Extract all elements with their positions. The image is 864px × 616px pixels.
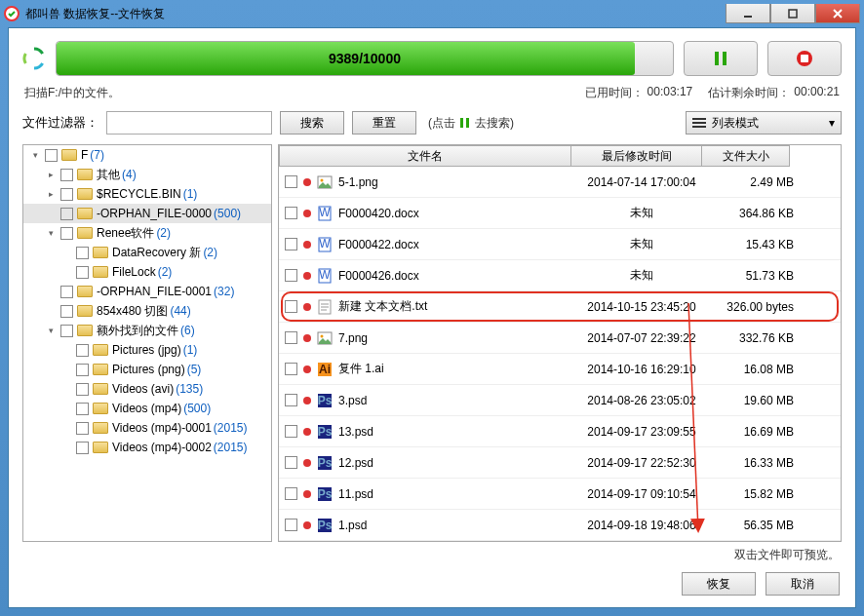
tree-item-count: (32) [214,285,234,298]
checkbox[interactable] [285,456,297,469]
checkbox[interactable] [285,269,297,282]
tree-item[interactable]: ▾额外找到的文件 (6) [23,321,271,340]
checkbox[interactable] [76,344,89,357]
svg-text:Ps: Ps [318,519,333,532]
close-button[interactable] [815,4,860,23]
checkbox[interactable] [76,383,89,396]
file-row[interactable]: WF0000426.docx未知51.73 KB [279,260,841,291]
recover-button[interactable]: 恢复 [682,572,756,596]
pause-icon [459,117,471,129]
checkbox[interactable] [76,364,89,376]
tree-item[interactable]: Videos (avi) (135) [23,379,271,399]
expand-icon[interactable]: ▾ [45,326,57,335]
file-type-icon: Ps [317,393,333,408]
checkbox[interactable] [285,487,297,500]
expand-icon[interactable]: ▸ [45,170,57,179]
tree-item[interactable]: DataRecovery 新 (2) [23,243,271,262]
tree-item[interactable]: Pictures (png) (5) [23,360,271,379]
tree-item[interactable]: Videos (mp4)-0002 (2015) [23,438,271,457]
tree-item-count: (6) [180,324,195,337]
svg-rect-2 [789,10,797,18]
checkbox[interactable] [60,169,73,181]
checkbox[interactable] [76,403,89,415]
checkbox[interactable] [285,519,297,531]
search-button[interactable]: 搜索 [280,111,344,135]
tree-item-count: (7) [90,148,104,162]
tree-item[interactable]: ▾F (7) [23,145,271,165]
tree-item[interactable]: Videos (mp4) (500) [23,399,271,418]
tree-item-name: Pictures (jpg) [112,343,181,357]
file-row[interactable]: WF0000420.docx未知364.86 KB [279,198,841,229]
tree-item[interactable]: 854x480 切图 (44) [23,301,271,321]
folder-tree[interactable]: ▾F (7)▸其他 (4)▸$RECYCLE.BIN (1)-ORPHAN_FI… [22,144,272,542]
expand-icon[interactable]: ▾ [29,150,41,160]
expand-icon[interactable]: ▸ [45,189,57,199]
tree-item-count: (5) [187,363,202,376]
file-row[interactable]: 5-1.png2014-07-14 17:00:042.49 MB [279,167,841,198]
checkbox[interactable] [76,247,89,259]
tree-item[interactable]: Pictures (jpg) (1) [23,340,271,360]
app-window: 都叫兽 数据恢复--文件恢复 9389/10000 [0,0,864,616]
stop-button[interactable] [767,41,842,76]
checkbox[interactable] [285,394,297,406]
tree-item[interactable]: -ORPHAN_FILE-0000 (500) [23,204,271,223]
pause-button[interactable] [684,41,758,76]
checkbox[interactable] [60,188,73,201]
tree-item[interactable]: ▾Renee软件 (2) [23,223,271,243]
progress-text: 9389/10000 [57,42,673,75]
checkbox[interactable] [60,325,73,337]
file-row[interactable]: Ps11.psd2014-09-17 09:10:5415.82 MB [279,479,841,510]
checkbox[interactable] [285,331,297,344]
checkbox[interactable] [285,363,297,375]
expand-icon[interactable]: ▾ [45,228,57,238]
file-row[interactable]: 新建 文本文档.txt2014-10-15 23:45:20326.00 byt… [279,291,841,323]
cancel-button[interactable]: 取消 [766,572,840,596]
checkbox[interactable] [285,300,297,313]
file-date: 2014-10-15 23:45:20 [571,300,712,314]
checkbox[interactable] [60,208,73,220]
file-date: 未知 [571,267,712,284]
checkbox[interactable] [45,149,58,162]
remain-label: 估计剩余时间： [708,85,790,101]
file-row[interactable]: Ps12.psd2014-09-17 22:52:3016.33 MB [279,447,841,479]
col-name[interactable]: 文件名 [279,145,571,167]
reset-button[interactable]: 重置 [352,111,416,135]
checkbox[interactable] [60,305,73,318]
folder-icon [61,149,77,161]
maximize-button[interactable] [770,4,815,23]
file-type-icon: W [317,237,333,252]
file-row[interactable]: Ai复件 1.ai2014-10-16 16:29:1016.08 MB [279,354,841,385]
tree-item[interactable]: ▸$RECYCLE.BIN (1) [23,184,271,204]
tree-item[interactable]: Videos (mp4)-0001 (2015) [23,418,271,438]
checkbox[interactable] [76,442,89,454]
view-mode-select[interactable]: 列表模式 ▾ [686,111,842,135]
filter-input[interactable] [106,111,272,135]
file-list[interactable]: 5-1.png2014-07-14 17:00:042.49 MBWF00004… [279,167,841,541]
checkbox[interactable] [60,286,73,298]
tree-item[interactable]: -ORPHAN_FILE-0001 (32) [23,282,271,301]
svg-rect-8 [466,118,469,128]
tree-item-count: (2) [203,246,217,259]
minimize-button[interactable] [726,4,770,23]
svg-rect-6 [801,55,808,62]
tree-item[interactable]: FileLock (2) [23,262,271,282]
file-name: 11.psd [338,487,373,501]
status-dot-icon [303,210,311,217]
file-type-icon [317,330,333,346]
file-row[interactable]: WF0000422.docx未知15.43 KB [279,229,841,260]
checkbox[interactable] [285,238,297,250]
file-row[interactable]: Ps3.psd2014-08-26 23:05:0219.60 MB [279,385,841,416]
checkbox[interactable] [285,207,297,219]
checkbox[interactable] [60,227,73,240]
col-size[interactable]: 文件大小 [702,145,790,167]
checkbox[interactable] [76,422,89,435]
file-row[interactable]: 7.png2014-07-07 22:39:22332.76 KB [279,323,841,354]
col-date[interactable]: 最后修改时间 [571,145,702,167]
file-row[interactable]: Ps1.psd2014-09-18 19:48:0656.35 MB [279,510,841,541]
tree-item-count: (4) [122,168,137,181]
file-row[interactable]: Ps13.psd2014-09-17 23:09:5516.69 MB [279,416,841,447]
tree-item[interactable]: ▸其他 (4) [23,165,271,184]
checkbox[interactable] [285,425,297,438]
checkbox[interactable] [285,175,297,188]
checkbox[interactable] [76,266,89,279]
